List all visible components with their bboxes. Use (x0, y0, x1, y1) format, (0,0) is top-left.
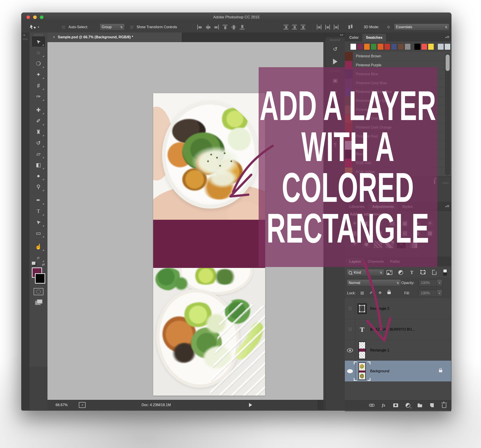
clone-source-panel-icon[interactable]: ▣ (325, 74, 345, 87)
auto-select-checkbox[interactable] (61, 22, 66, 32)
tab-color[interactable]: Color (346, 34, 362, 41)
opacity-value[interactable]: 100% (418, 279, 437, 287)
mini-swatch[interactable] (377, 44, 383, 50)
tool-history-brush[interactable]: ↺◢ (31, 137, 45, 148)
delete-swatch-icon[interactable] (434, 180, 435, 184)
tab-paths[interactable]: Paths (386, 258, 404, 266)
move-tool-options-icon[interactable]: ▼ (29, 22, 40, 32)
status-options-icon[interactable] (249, 400, 252, 410)
layer-filter-kind-dropdown[interactable]: Kind⇅ (347, 269, 384, 276)
style-preset-button[interactable] (374, 240, 383, 248)
tool-pen[interactable]: ✒◢ (31, 195, 45, 206)
filter-adjustment-layers-icon[interactable] (397, 269, 404, 276)
lock-all-icon[interactable] (386, 290, 392, 296)
default-colors-icon[interactable] (32, 262, 35, 265)
tool-type[interactable]: T◢ (31, 206, 45, 217)
mini-swatch[interactable] (350, 44, 356, 50)
new-layer-icon[interactable] (429, 402, 435, 408)
mask-icon[interactable] (392, 402, 399, 408)
tool-eyedropper[interactable]: ✑◢ (31, 91, 45, 102)
show-transform-checkbox[interactable] (130, 22, 134, 32)
folder-icon[interactable] (417, 402, 423, 408)
actions-panel-icon[interactable] (325, 55, 345, 68)
align-aM-icon[interactable] (231, 24, 236, 30)
swatches-panel-menu-icon[interactable]: ≡ (445, 35, 449, 39)
mini-swatch[interactable] (428, 44, 434, 50)
share-icon[interactable]: ↗ (79, 400, 86, 410)
tool-move[interactable]: ➤◢ (31, 36, 45, 47)
mini-swatch[interactable] (364, 44, 370, 50)
tool-path-select[interactable]: ➤◢ (31, 217, 45, 228)
mini-swatch[interactable] (357, 44, 363, 50)
swap-colors-icon[interactable]: ⇄ (42, 263, 45, 266)
mini-swatch[interactable] (371, 44, 377, 50)
align-aR-icon[interactable] (214, 24, 219, 30)
tab-libraries[interactable]: Libraries (346, 203, 368, 211)
adjustment-icon[interactable]: ✜ (351, 239, 359, 247)
mini-swatch[interactable] (444, 44, 451, 50)
adjustment-icon[interactable]: ▥ (351, 229, 359, 237)
filter-pixel-layers-icon[interactable] (386, 269, 393, 276)
lock-position-icon[interactable]: ✥ (377, 290, 383, 296)
lock-pixels-icon[interactable]: ✐ (368, 290, 374, 296)
collapse-panels-icon[interactable]: «« (325, 32, 345, 38)
align-aL-icon[interactable] (197, 24, 203, 30)
tab-swatches[interactable]: Swatches (362, 34, 386, 41)
layer-thumbnail[interactable]: T (355, 326, 369, 333)
tool-crop[interactable]: ♯◢ (31, 80, 45, 91)
character-panel-icon[interactable]: A| (325, 126, 345, 139)
layer-row-background[interactable]: Background (345, 361, 451, 382)
zoom-level[interactable]: 66.67% (56, 400, 68, 410)
adjustment-icon[interactable]: ◧ (363, 219, 371, 227)
mini-swatch[interactable] (405, 44, 411, 50)
mini-swatch[interactable] (398, 44, 404, 50)
fill-value[interactable]: 100% (418, 290, 437, 297)
adjustment-icon[interactable]: ◍ (413, 229, 421, 237)
foreground-background-colors[interactable]: ⇄ (31, 264, 46, 284)
align-aB-icon[interactable] (239, 24, 245, 30)
brush-settings-panel-icon[interactable]: ✐ (325, 87, 345, 99)
swatch-row[interactable]: Pinterest Red (345, 132, 451, 141)
adjustment-icon[interactable]: ◐ (376, 219, 384, 227)
swatch-row[interactable]: Pinterest Orange (345, 114, 451, 123)
swatch-scrollbar-thumb[interactable] (446, 54, 450, 71)
fx-icon[interactable]: fx (380, 402, 387, 408)
tool-blur[interactable]: ●◢ (31, 170, 45, 181)
layer-filter-toggle[interactable] (441, 269, 449, 276)
trash-icon[interactable] (441, 402, 447, 408)
filter-smart-objects-icon[interactable] (430, 269, 438, 276)
adjustment-icon[interactable]: ☀ (351, 219, 359, 227)
artboard[interactable] (153, 93, 265, 395)
mini-swatch[interactable] (421, 44, 427, 50)
tool-zoom[interactable]: ⌕◢ (31, 252, 45, 263)
swatch-row[interactable]: Black (345, 150, 451, 159)
tab-styles[interactable]: Styles (398, 203, 416, 211)
tool-clone-stamp[interactable]: ♜◢ (31, 126, 45, 137)
style-preset-button[interactable] (385, 240, 394, 248)
tab-adjustments[interactable]: Adjustments (368, 203, 398, 211)
adjustment-icon[interactable]: ▩ (426, 229, 434, 237)
blend-mode-dropdown[interactable]: Normal⇅ (347, 279, 401, 287)
swatch-scrollbar[interactable] (445, 53, 450, 175)
swatch-row[interactable]: Pinterest Purple (345, 61, 451, 70)
layer-row-rectangle-2[interactable]: Rectangle 2 (345, 298, 451, 319)
filter-shape-layers-icon[interactable] (419, 269, 427, 276)
tool-healing-brush[interactable]: ✚◢ (31, 104, 45, 115)
workspace-dropdown[interactable]: Essentials⇅ (394, 22, 450, 32)
mini-swatch[interactable] (384, 44, 390, 50)
paragraph-panel-icon[interactable]: ¶ (325, 139, 345, 151)
style-preset-button[interactable] (408, 240, 417, 248)
adjust-icon[interactable] (405, 402, 411, 408)
tool-lasso[interactable]: ❍◢ (31, 58, 45, 69)
align-dV-icon[interactable] (333, 24, 339, 30)
layer-row-rectangle-1[interactable]: Rectangle 1 (345, 340, 451, 361)
swatch-row[interactable]: Pinterest Dark Orange (345, 123, 451, 132)
layer-row-brazilian-burrito-bo[interactable]: TBRAZILIAN BURRITO BO... (345, 319, 451, 340)
link-icon[interactable] (368, 402, 375, 408)
adjustment-icon[interactable]: ▤ (388, 219, 396, 227)
adjustment-icon[interactable]: ▦ (401, 219, 409, 227)
layer-visibility-empty[interactable] (345, 319, 355, 340)
close-document-icon[interactable]: × (53, 35, 55, 39)
swatch-row[interactable]: White (345, 141, 451, 150)
quick-mask-button[interactable] (34, 288, 44, 295)
